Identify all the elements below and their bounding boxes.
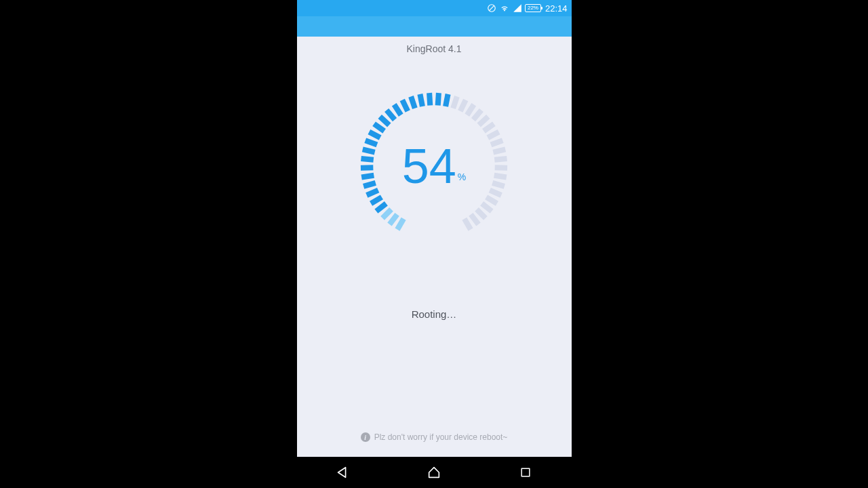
svg-line-4 bbox=[382, 209, 391, 218]
svg-line-13 bbox=[366, 140, 377, 144]
svg-line-28 bbox=[473, 110, 481, 119]
app-header-bar bbox=[297, 16, 572, 37]
svg-line-29 bbox=[479, 117, 488, 125]
svg-line-18 bbox=[394, 104, 401, 115]
svg-line-6 bbox=[371, 197, 382, 203]
hint-text: Plz don't worry if your device reboot~ bbox=[374, 432, 508, 442]
clock: 22:14 bbox=[545, 3, 568, 14]
svg-line-11 bbox=[361, 159, 373, 160]
svg-line-14 bbox=[369, 132, 380, 138]
info-icon: i bbox=[361, 432, 370, 442]
svg-line-19 bbox=[402, 100, 408, 112]
svg-line-9 bbox=[361, 176, 374, 178]
app-main: KingRoot 4.1 54 % Rooting… i Plz don't w… bbox=[297, 37, 572, 457]
svg-line-37 bbox=[492, 183, 505, 186]
svg-line-26 bbox=[460, 100, 466, 112]
svg-line-31 bbox=[488, 132, 498, 138]
svg-line-32 bbox=[491, 140, 502, 144]
svg-line-34 bbox=[494, 159, 507, 160]
svg-line-36 bbox=[494, 176, 507, 178]
svg-line-27 bbox=[467, 104, 474, 115]
svg-line-21 bbox=[420, 94, 422, 106]
progress-value: 54 % bbox=[402, 142, 467, 190]
nav-home-button[interactable] bbox=[414, 457, 454, 488]
app-title: KingRoot 4.1 bbox=[407, 43, 462, 54]
svg-line-42 bbox=[471, 214, 478, 224]
svg-line-38 bbox=[490, 190, 501, 195]
svg-line-8 bbox=[363, 183, 376, 186]
hint-row: i Plz don't worry if your device reboot~ bbox=[361, 432, 508, 442]
android-nav-bar bbox=[297, 457, 572, 488]
progress-number: 54 bbox=[402, 142, 456, 190]
status-text: Rooting… bbox=[412, 308, 457, 320]
svg-line-3 bbox=[389, 214, 397, 224]
svg-line-24 bbox=[446, 94, 448, 106]
wifi-icon bbox=[499, 3, 510, 13]
no-sim-icon bbox=[487, 3, 496, 13]
svg-line-16 bbox=[380, 117, 389, 125]
svg-line-41 bbox=[477, 209, 486, 218]
svg-line-17 bbox=[387, 110, 395, 119]
android-status-bar: 22% 22:14 bbox=[297, 0, 572, 16]
svg-line-5 bbox=[376, 203, 386, 211]
svg-line-2 bbox=[397, 219, 403, 230]
svg-line-30 bbox=[484, 124, 494, 131]
svg-line-1 bbox=[489, 5, 494, 11]
battery-percentage: 22% bbox=[528, 5, 538, 11]
svg-line-39 bbox=[486, 197, 497, 203]
progress-ring: 54 % bbox=[356, 88, 512, 244]
svg-line-40 bbox=[482, 203, 492, 211]
nav-back-button[interactable] bbox=[322, 457, 363, 488]
nav-recent-button[interactable] bbox=[505, 457, 546, 488]
phone-frame: 22% 22:14 KingRoot 4.1 54 % Rooting… i P… bbox=[297, 0, 572, 488]
svg-line-20 bbox=[411, 96, 415, 108]
svg-line-12 bbox=[363, 149, 375, 152]
svg-rect-44 bbox=[521, 468, 530, 476]
signal-icon bbox=[513, 3, 522, 13]
svg-line-23 bbox=[438, 93, 439, 105]
battery-indicator: 22% bbox=[525, 4, 541, 12]
svg-line-7 bbox=[367, 190, 378, 195]
svg-line-43 bbox=[465, 219, 471, 230]
svg-line-22 bbox=[429, 93, 430, 105]
progress-unit: % bbox=[458, 171, 466, 182]
svg-line-25 bbox=[453, 96, 457, 108]
svg-line-15 bbox=[374, 124, 384, 131]
svg-line-33 bbox=[493, 149, 505, 152]
